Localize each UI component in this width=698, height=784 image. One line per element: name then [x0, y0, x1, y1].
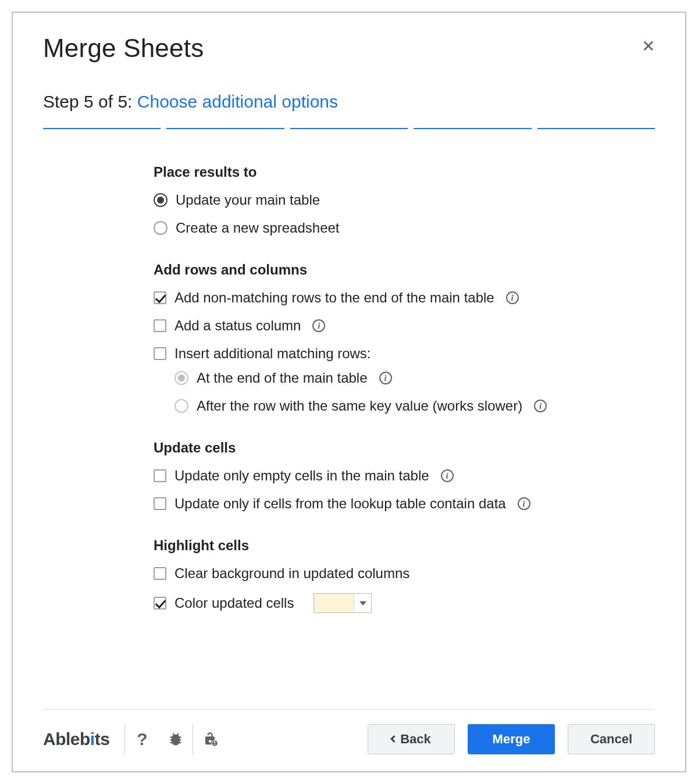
option-update-main-table[interactable]: Update your main table	[154, 192, 655, 208]
checkbox-icon	[154, 497, 166, 510]
section-add-rows-columns: Add rows and columns Add non-matching ro…	[154, 262, 655, 414]
chevron-left-icon	[390, 735, 398, 743]
section-place-results: Place results to Update your main table …	[154, 164, 655, 236]
color-swatch	[314, 594, 354, 612]
info-icon[interactable]: i	[518, 497, 530, 510]
checkbox-icon	[154, 469, 166, 482]
step-number: Step 5 of 5:	[43, 92, 137, 111]
option-add-nonmatching-rows[interactable]: Add non-matching rows to the end of the …	[154, 290, 655, 306]
progress-seg	[166, 128, 284, 129]
section-head-add-rows: Add rows and columns	[154, 262, 655, 278]
option-label: Create a new spreadsheet	[176, 220, 340, 236]
info-icon[interactable]: i	[534, 400, 547, 412]
option-color-updated-cells[interactable]: Color updated cells	[154, 593, 655, 613]
radio-icon	[154, 193, 168, 207]
option-label: Add a status column	[174, 318, 301, 334]
back-button[interactable]: Back	[368, 724, 455, 754]
option-label: Update only if cells from the lookup tab…	[174, 496, 506, 512]
step-indicator: Step 5 of 5: Choose additional options	[43, 92, 655, 112]
option-label: Add non-matching rows to the end of the …	[174, 290, 494, 306]
sub-option-at-end[interactable]: At the end of the main table i	[174, 370, 655, 386]
step-description: Choose additional options	[137, 92, 338, 111]
section-head-highlight: Highlight cells	[154, 537, 655, 554]
progress-seg	[43, 128, 161, 129]
info-icon[interactable]: i	[441, 469, 454, 482]
radio-icon	[154, 221, 168, 235]
cancel-button[interactable]: Cancel	[568, 724, 655, 754]
progress-seg	[414, 128, 531, 129]
checkbox-icon	[154, 347, 166, 360]
progress-seg	[290, 128, 408, 129]
help-icon[interactable]: ?	[125, 729, 159, 749]
close-icon[interactable]: ✕	[642, 38, 655, 55]
dialog-footer: Ablebits ? Back Merge Cancel	[43, 709, 655, 755]
info-icon[interactable]: i	[312, 319, 325, 332]
option-create-new-spreadsheet[interactable]: Create a new spreadsheet	[154, 220, 655, 236]
merge-button[interactable]: Merge	[468, 724, 555, 754]
dialog-title: Merge Sheets	[43, 34, 204, 63]
option-update-empty-cells[interactable]: Update only empty cells in the main tabl…	[154, 468, 655, 484]
option-add-status-column[interactable]: Add a status column i	[154, 318, 655, 334]
checkbox-icon	[154, 567, 166, 580]
option-label: Update your main table	[176, 192, 320, 208]
radio-icon	[174, 399, 188, 413]
permissions-icon-svg	[202, 731, 218, 747]
option-clear-background[interactable]: Clear background in updated columns	[154, 565, 655, 582]
section-update-cells: Update cells Update only empty cells in …	[154, 440, 655, 512]
option-label: After the row with the same key value (w…	[197, 398, 522, 414]
section-highlight-cells: Highlight cells Clear background in upda…	[154, 537, 655, 613]
option-label: Clear background in updated columns	[174, 565, 409, 582]
info-icon[interactable]: i	[379, 372, 392, 384]
checkbox-icon	[154, 597, 166, 610]
progress-bar	[43, 128, 655, 129]
option-update-lookup-data[interactable]: Update only if cells from the lookup tab…	[154, 496, 655, 512]
insert-additional-sub-options: At the end of the main table i After the…	[174, 370, 655, 414]
section-head-update-cells: Update cells	[154, 440, 655, 456]
chevron-down-icon	[354, 594, 371, 612]
radio-icon	[174, 371, 188, 385]
bug-icon-svg	[168, 731, 184, 747]
bug-icon[interactable]	[159, 731, 193, 747]
merge-sheets-dialog: Merge Sheets ✕ Step 5 of 5: Choose addit…	[12, 12, 686, 772]
option-label: At the end of the main table	[197, 370, 368, 386]
color-picker[interactable]	[314, 593, 372, 613]
option-label: Color updated cells	[174, 595, 294, 611]
option-label: Update only empty cells in the main tabl…	[174, 468, 429, 484]
sub-option-after-row[interactable]: After the row with the same key value (w…	[174, 398, 655, 414]
section-head-place-results: Place results to	[154, 164, 655, 180]
option-label: Insert additional matching rows:	[174, 345, 371, 362]
brand-logo: Ablebits	[43, 729, 124, 749]
option-insert-additional-rows[interactable]: Insert additional matching rows:	[154, 345, 655, 362]
progress-seg	[537, 128, 655, 129]
permissions-icon[interactable]	[193, 731, 227, 747]
checkbox-icon	[154, 291, 166, 304]
checkbox-icon	[154, 319, 166, 332]
info-icon[interactable]: i	[506, 291, 519, 304]
